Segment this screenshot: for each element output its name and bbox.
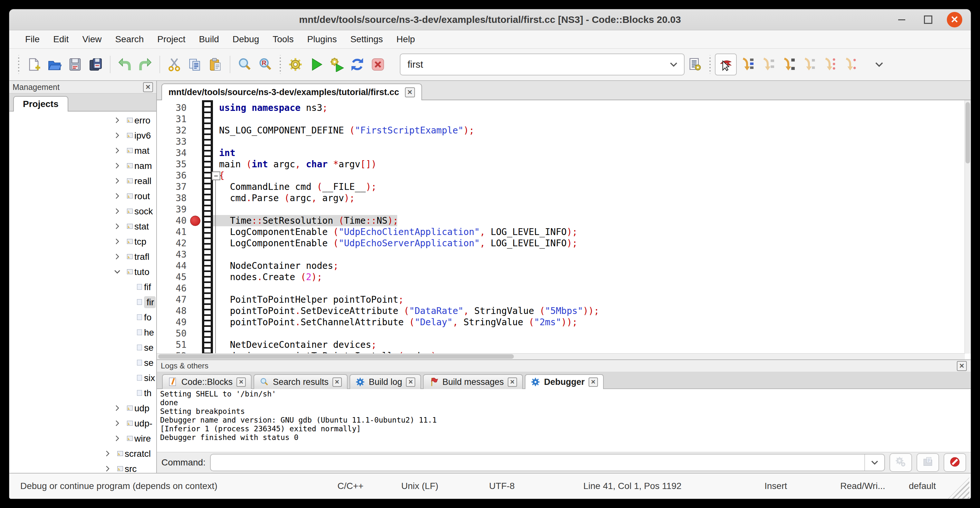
code-line-48[interactable]: 48 pointToPoint.SetDeviceAttribute ("Dat… [157,305,965,317]
chevron-right-icon[interactable] [113,252,121,261]
chevron-right-icon[interactable] [113,192,121,200]
replace-button[interactable]: R [255,54,275,75]
log-tab-build-messages[interactable]: Build messages✕ [423,374,523,389]
build-target-select[interactable]: first [400,54,684,75]
resize-grip[interactable] [948,478,969,498]
step-out-button[interactable] [799,54,819,75]
code-line-41[interactable]: 41 LogComponentEnable ("UdpEchoClientApp… [157,226,965,237]
log-tab-code-blocks[interactable]: Code::Blocks✕ [162,374,251,389]
chevron-right-icon[interactable] [113,404,121,412]
debug-continue-button[interactable] [715,54,737,75]
tree-item-udp[interactable]: udp [10,401,156,416]
copy-log-button[interactable] [916,453,939,472]
code-line-38[interactable]: 38 cmd.Parse (argc, argv); [157,193,965,204]
code-line-34[interactable]: 34int [157,147,965,159]
tree-item-trafl[interactable]: trafl [10,249,156,264]
code-line-40[interactable]: 40 Time::SetResolution (Time::NS); [157,215,965,226]
tree-item-src[interactable]: src [10,461,156,473]
next-instruction-button[interactable] [819,54,840,75]
code-line-39[interactable]: 39 [157,204,965,215]
tree-item-erro[interactable]: erro [10,113,156,128]
tree-item-mat[interactable]: mat [10,143,156,158]
new-file-button[interactable] [24,54,44,75]
copy-button[interactable] [185,54,205,75]
chevron-right-icon[interactable] [113,237,121,245]
save-button[interactable] [65,54,85,75]
menu-item-help[interactable]: Help [390,32,422,46]
save-all-button[interactable] [85,54,106,75]
menu-item-tools[interactable]: Tools [266,32,300,46]
clear-log-button[interactable] [943,453,966,472]
tree-item-scratcl[interactable]: scratcl [10,446,156,461]
chevron-right-icon[interactable] [113,161,121,170]
code-line-31[interactable]: 31 [157,113,965,125]
run-button[interactable] [306,54,326,75]
tree-item-nam[interactable]: nam [10,158,156,174]
chevron-right-icon[interactable] [113,419,121,427]
tab-projects[interactable]: Projects [13,96,68,111]
code-line-32[interactable]: 32NS_LOG_COMPONENT_DEFINE ("FirstScriptE… [157,125,965,136]
breakpoint-icon[interactable] [190,216,200,226]
log-tab-close-icon[interactable]: ✕ [508,377,517,387]
toolbar-overflow-chevron-icon[interactable] [869,54,889,75]
code-line-35[interactable]: 35main (int argc, char *argv[]) [157,159,965,170]
tree-item-rout[interactable]: rout [10,189,156,204]
code-line-49[interactable]: 49 pointToPoint.SetChannelAttribute ("De… [157,317,965,328]
chevron-right-icon[interactable] [103,449,112,458]
tree-item-tcp[interactable]: tcp [10,234,156,249]
chevron-right-icon[interactable] [113,177,121,185]
next-line-button[interactable] [757,54,778,75]
code-line-30[interactable]: 30using namespace ns3; [157,102,965,113]
step-into-instruction-button[interactable] [840,54,861,75]
chevron-right-icon[interactable] [113,116,121,124]
tree-item-six[interactable]: six [10,370,156,385]
menu-item-project[interactable]: Project [150,32,192,46]
menu-item-view[interactable]: View [75,32,108,46]
log-tab-close-icon[interactable]: ✕ [406,377,415,387]
code-line-50[interactable]: 50 [157,328,965,339]
log-tab-build-log[interactable]: Build log✕ [350,374,422,389]
cut-button[interactable] [164,54,185,75]
menu-item-file[interactable]: File [18,32,46,46]
tree-item-fo[interactable]: fo [10,310,156,325]
marker-margin[interactable] [202,100,213,354]
tree-item-fir[interactable]: fir [10,295,156,310]
editor-tab-close-icon[interactable]: ✕ [405,88,415,97]
undo-button[interactable] [115,54,135,75]
code-line-47[interactable]: 47 PointToPointHelper pointToPoint; [157,294,965,305]
tree-item-sock[interactable]: sock [10,204,156,219]
tree-item-wire[interactable]: wire [10,431,156,446]
chevron-right-icon[interactable] [113,147,121,155]
management-close-icon[interactable]: ✕ [143,82,153,92]
title-bar[interactable]: mnt/dev/tools/source/ns-3-dev/examples/t… [10,10,970,30]
editor-horizontal-scrollbar[interactable] [157,353,965,359]
maximize-icon[interactable] [920,12,936,27]
rebuild-button[interactable] [347,54,368,75]
code-line-42[interactable]: 42 LogComponentEnable ("UdpEchoServerApp… [157,237,965,249]
tree-item-udp[interactable]: udp- [10,416,156,431]
tree-item-reall[interactable]: reall [10,174,156,189]
tree-item-th[interactable]: th [10,385,156,401]
run-to-cursor-button[interactable] [737,54,757,75]
abort-button[interactable] [368,54,388,75]
open-file-button[interactable] [44,54,65,75]
editor-tab[interactable]: mnt/dev/tools/source/ns-3-dev/examples/t… [161,83,422,100]
target-options-button[interactable] [684,54,705,75]
step-into-button[interactable] [778,54,799,75]
chevron-right-icon[interactable] [113,207,121,215]
debug-settings-button[interactable] [889,453,912,472]
chevron-right-icon[interactable] [103,465,112,473]
menu-item-edit[interactable]: Edit [46,32,75,46]
debugger-output[interactable]: Setting SHELL to '/bin/sh'doneSetting br… [157,389,970,452]
code-line-46[interactable]: 46 [157,283,965,294]
horizontal-scroll-thumb[interactable] [158,354,514,359]
tree-item-se[interactable]: se [10,355,156,370]
tree-item-tuto[interactable]: tuto [10,264,156,279]
code-rows[interactable]: 30using namespace ns3;3132NS_LOG_COMPONE… [157,100,965,354]
log-tab-search-results[interactable]: Search results✕ [253,374,348,389]
command-chevron-down-icon[interactable] [864,454,884,471]
close-icon[interactable]: ✕ [947,12,962,27]
tree-item-se[interactable]: se [10,340,156,355]
menu-item-search[interactable]: Search [108,32,151,46]
code-line-37[interactable]: 37 CommandLine cmd (__FILE__); [157,181,965,193]
